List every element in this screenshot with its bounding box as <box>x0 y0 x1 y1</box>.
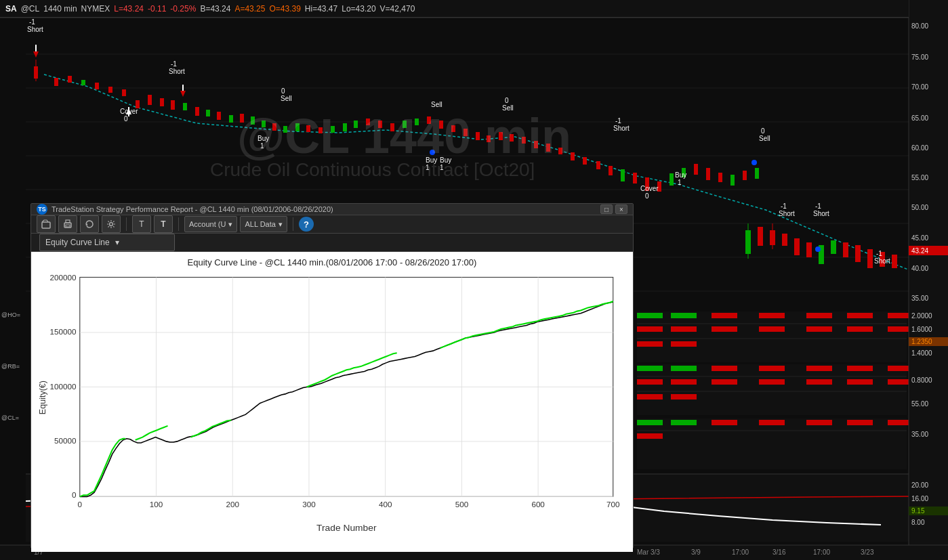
ticker-change: -0.11 <box>148 4 166 14</box>
data-range-dropdown[interactable]: ALL Data ▾ <box>240 216 287 232</box>
svg-text:80.00: 80.00 <box>911 22 928 30</box>
refresh-button[interactable] <box>80 215 99 233</box>
svg-rect-46 <box>476 132 480 140</box>
account-dropdown-arrow: ▾ <box>228 220 232 229</box>
svg-rect-49 <box>510 134 514 142</box>
account-dropdown[interactable]: Account (U ▾ <box>184 216 237 232</box>
svg-text:1.4000: 1.4000 <box>911 349 932 357</box>
svg-point-224 <box>110 223 113 226</box>
ticker-instrument: @CL <box>21 4 40 14</box>
ticker-bid: B=43.24 <box>200 4 230 14</box>
svg-rect-82 <box>867 249 873 268</box>
svg-text:20.00: 20.00 <box>911 481 928 489</box>
svg-rect-36 <box>354 121 358 128</box>
text-normal-button[interactable]: T <box>132 215 151 233</box>
svg-rect-56 <box>596 161 600 169</box>
open-button[interactable] <box>37 215 56 233</box>
svg-text:0: 0 <box>505 97 509 104</box>
ts-icon: TS <box>37 204 47 215</box>
text-bold-button[interactable]: T <box>154 215 173 233</box>
perf-title-bar: TS TradeStation Strategy Performance Rep… <box>31 204 633 215</box>
svg-text:600: 600 <box>531 500 544 509</box>
equity-curve-svg: 200000 150000 100000 50000 0 0 100 200 3… <box>37 270 627 539</box>
svg-text:-1: -1 <box>781 202 787 210</box>
svg-text:17:00: 17:00 <box>813 548 830 556</box>
svg-rect-134 <box>712 313 737 318</box>
svg-rect-72 <box>758 227 763 246</box>
svg-rect-47 <box>487 135 491 142</box>
svg-text:Short: Short <box>874 257 890 265</box>
svg-rect-29 <box>272 123 276 131</box>
minimize-button[interactable]: □ <box>600 204 613 214</box>
svg-rect-222 <box>66 225 70 227</box>
svg-rect-154 <box>759 366 785 371</box>
svg-rect-152 <box>671 366 697 371</box>
svg-text:3/23: 3/23 <box>861 548 874 556</box>
help-button[interactable]: ? <box>299 217 314 232</box>
report-type-label: Equity Curve Line <box>45 238 110 247</box>
close-button[interactable]: × <box>615 204 627 214</box>
svg-rect-42 <box>427 116 431 124</box>
svg-point-122 <box>430 150 435 155</box>
svg-rect-67 <box>730 175 735 186</box>
svg-rect-144 <box>806 326 832 332</box>
report-type-dropdown[interactable]: Equity Curve Line ▾ <box>39 234 175 251</box>
svg-rect-76 <box>794 238 800 255</box>
svg-rect-45 <box>463 129 468 136</box>
svg-rect-159 <box>637 379 663 385</box>
ticker-hi: Hi=43.47 <box>305 4 337 14</box>
svg-rect-151 <box>637 366 663 371</box>
svg-rect-173 <box>759 420 785 425</box>
svg-text:Short: Short <box>779 210 795 217</box>
svg-text:65.00: 65.00 <box>911 114 928 122</box>
svg-text:50.00: 50.00 <box>911 204 928 211</box>
svg-rect-66 <box>718 173 722 182</box>
settings-button[interactable] <box>102 215 121 233</box>
svg-text:1.6000: 1.6000 <box>911 326 932 333</box>
svg-text:3/16: 3/16 <box>772 548 786 556</box>
svg-text:Cover: Cover <box>120 108 138 115</box>
svg-rect-161 <box>712 379 737 385</box>
svg-rect-44 <box>451 125 455 132</box>
svg-text:400: 400 <box>379 500 392 509</box>
svg-rect-58 <box>621 169 625 181</box>
svg-text:Short: Short <box>27 26 43 33</box>
svg-rect-77 <box>806 242 812 257</box>
svg-text:1.2350: 1.2350 <box>911 338 932 345</box>
svg-text:0: 0 <box>72 492 77 500</box>
svg-rect-174 <box>806 420 832 425</box>
svg-text:Sell: Sell <box>502 104 514 112</box>
svg-rect-155 <box>806 366 832 371</box>
svg-rect-65 <box>706 168 710 180</box>
svg-text:Short: Short <box>813 210 829 217</box>
ticker-lo: Lo=43.20 <box>342 4 375 14</box>
ticker-bar: SA @CL 1440 min NYMEX L=43.24 -0.11 -0.2… <box>0 0 909 18</box>
svg-rect-34 <box>331 126 335 133</box>
svg-text:1: 1 <box>426 164 430 171</box>
svg-text:0: 0 <box>281 87 285 95</box>
svg-rect-30 <box>283 126 287 133</box>
svg-text:35.00: 35.00 <box>911 431 928 438</box>
svg-rect-140 <box>637 326 663 332</box>
svg-rect-37 <box>366 119 370 125</box>
svg-text:150000: 150000 <box>50 328 77 336</box>
svg-rect-14 <box>95 83 99 89</box>
svg-rect-15 <box>108 87 112 93</box>
svg-rect-164 <box>847 379 873 385</box>
svg-rect-23 <box>206 110 210 116</box>
svg-text:0: 0 <box>78 500 83 509</box>
svg-rect-57 <box>609 166 613 175</box>
print-button[interactable] <box>58 215 77 233</box>
svg-text:200000: 200000 <box>50 274 77 282</box>
svg-rect-178 <box>637 433 663 439</box>
svg-rect-20 <box>171 100 175 110</box>
svg-rect-26 <box>240 114 244 123</box>
svg-rect-64 <box>694 164 698 175</box>
svg-rect-133 <box>671 313 697 318</box>
svg-rect-43 <box>439 121 443 129</box>
svg-rect-169 <box>637 418 907 469</box>
svg-text:50000: 50000 <box>54 437 76 445</box>
svg-rect-31 <box>295 123 300 131</box>
svg-text:@RB=: @RB= <box>1 363 20 370</box>
svg-rect-131 <box>637 311 907 362</box>
